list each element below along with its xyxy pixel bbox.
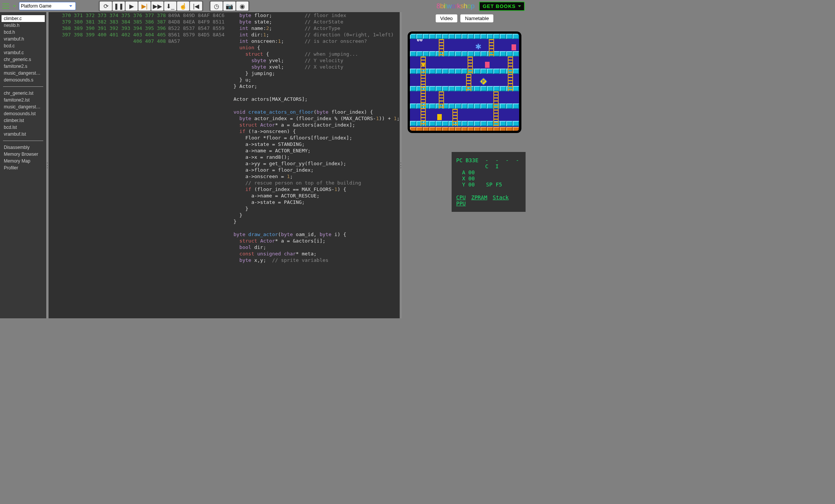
project-select[interactable]: Platform Game (19, 2, 76, 10)
emulator-panel: Video Nametable 00 ✱♥P PCB33E- - - - C I… (402, 12, 527, 318)
tool-item[interactable]: Memory Browser (2, 151, 45, 158)
menu-dropdown-caret-icon[interactable] (13, 5, 16, 7)
get-books-label: GET BOOKS (483, 3, 516, 9)
pc-label: PC (456, 157, 463, 169)
y-label: Y (456, 182, 465, 188)
restart-button[interactable]: ⟳ (100, 2, 112, 11)
a-value: 00 (468, 169, 475, 175)
fast-forward-icon: ▶▶ (153, 3, 162, 10)
x-value: 00 (468, 175, 475, 182)
play-icon: ▶ (129, 3, 134, 10)
pc-value: B33E (466, 157, 479, 169)
emulator-screen[interactable]: 00 ✱♥P (408, 31, 521, 133)
file-item[interactable]: neslib.h (2, 22, 45, 29)
listing-item[interactable]: chr_generic.lst (2, 90, 45, 97)
file-item[interactable]: vrambuf.c (2, 49, 45, 56)
chevron-down-icon (518, 5, 521, 7)
step-icon: ▶| (141, 3, 148, 10)
sp-value: F5 (496, 182, 502, 188)
listing-item[interactable]: demosounds.lst (2, 110, 45, 117)
screenshot-button[interactable]: 📷 (223, 2, 235, 11)
file-item[interactable]: famitone2.s (2, 63, 45, 70)
play-button[interactable]: ▶ (126, 2, 138, 11)
address-gutter: 849A 849D 84AF 84C6 84D8 84EA 84F9 8511 … (168, 12, 233, 318)
emulator-tabs: Video Nametable (435, 14, 494, 22)
link-cpu[interactable]: CPU (456, 194, 466, 200)
restart-icon: ⟳ (104, 3, 108, 10)
file-item[interactable]: vrambuf.h (2, 36, 45, 42)
step-into-button[interactable]: ⬇_ (164, 2, 176, 11)
capture-group: ◷ 📷 ◉ (209, 1, 250, 11)
listing-item[interactable]: famitone2.lst (2, 97, 45, 103)
download-icon: ⬇_ (166, 3, 174, 10)
step-back-icon: |◀ (193, 3, 199, 10)
listing-item[interactable]: climber.lst (2, 117, 45, 124)
code-editor[interactable]: 370 371 372 373 374 375 376 377 378 379 … (49, 12, 400, 318)
pause-button[interactable]: ❚❚ (113, 2, 125, 11)
y-value: 00 (468, 182, 475, 188)
file-item[interactable]: demosounds.s (2, 77, 45, 83)
tool-item[interactable]: Profiler (2, 164, 45, 171)
tab-video[interactable]: Video (436, 14, 457, 22)
link-ppu[interactable]: PPU (456, 200, 466, 207)
x-label: X (456, 175, 465, 182)
tool-item[interactable]: Disassembly (2, 144, 45, 151)
listing-item[interactable]: music_dangerst… (2, 103, 45, 110)
record-icon: ◉ (240, 3, 245, 10)
file-sidebar: climber.cneslib.hbcd.hvrambuf.hbcd.cvram… (0, 12, 46, 318)
record-button[interactable]: ◉ (236, 2, 248, 11)
cpu-state-panel: PCB33E- - - - C I A00 X00 Y00SP F5 CPU Z… (452, 152, 526, 212)
timing-button[interactable]: ◷ (210, 2, 223, 11)
camera-icon: 📷 (226, 3, 233, 10)
hamburger-icon[interactable] (2, 3, 9, 9)
file-item[interactable]: music_dangerst… (2, 70, 45, 77)
logo: 8bitworkshop (436, 2, 474, 10)
sp-label: SP (486, 182, 493, 188)
clock-icon: ◷ (214, 3, 219, 10)
link-zpram[interactable]: ZPRAM (471, 194, 487, 200)
main-layout: climber.cneslib.hbcd.hvrambuf.hbcd.cvram… (0, 12, 527, 318)
link-stack[interactable]: Stack (493, 194, 509, 200)
tool-item[interactable]: Memory Map (2, 158, 45, 164)
hand-icon: ☝ (179, 3, 187, 10)
file-item[interactable]: chr_generic.s (2, 56, 45, 63)
tab-nametable[interactable]: Nametable (460, 14, 493, 22)
file-item[interactable]: climber.c (2, 15, 45, 22)
fast-forward-button[interactable]: ▶▶ (151, 2, 163, 11)
cpu-view-links: CPU ZPRAM Stack PPU (456, 194, 521, 207)
top-toolbar: Platform Game ⟳ ❚❚ ▶ ▶| ▶▶ ⬇_ ☝ |◀ ◷ 📷 ◉… (0, 0, 527, 12)
file-item[interactable]: bcd.c (2, 42, 45, 49)
step-button[interactable]: ▶| (138, 2, 151, 11)
pause-icon: ❚❚ (114, 3, 124, 10)
line-number-gutter: 370 371 372 373 374 375 376 377 378 379 … (49, 12, 168, 318)
step-back-button[interactable]: |◀ (190, 2, 202, 11)
code-content[interactable]: byte floor; // floor index byte state; /… (234, 12, 400, 318)
a-label: A (456, 169, 465, 175)
step-out-button[interactable]: ☝ (177, 2, 189, 11)
file-item[interactable]: bcd.h (2, 29, 45, 36)
listing-item[interactable]: vrambuf.lst (2, 131, 45, 138)
run-controls-group: ⟳ ❚❚ ▶ ▶| ▶▶ ⬇_ ☝ |◀ (99, 1, 203, 11)
listing-item[interactable]: bcd.lst (2, 124, 45, 131)
get-books-button[interactable]: GET BOOKS (479, 2, 525, 11)
cpu-flags: - - - - C I (485, 157, 521, 169)
